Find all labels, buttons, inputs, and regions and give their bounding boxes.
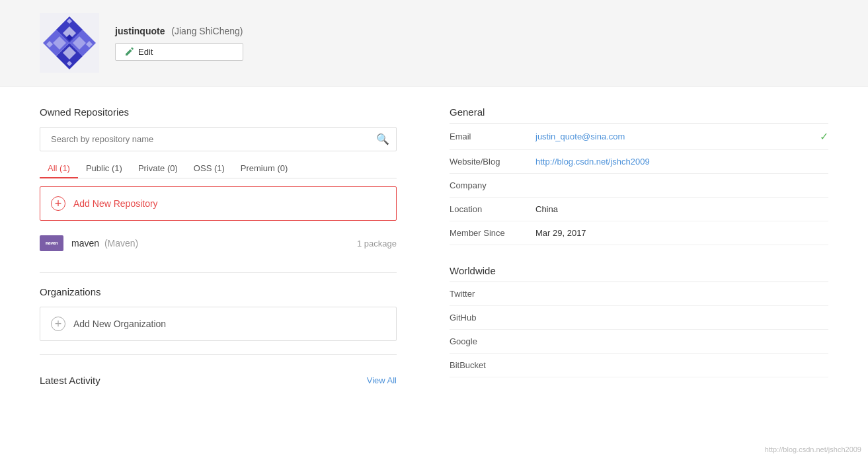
- plus-circle-icon: +: [51, 196, 65, 211]
- repo-label: maven: [71, 238, 99, 249]
- header: justinquote (Jiang ShiCheng) Edit: [0, 0, 868, 87]
- twitter-row: Twitter: [450, 282, 828, 306]
- google-label: Google: [450, 336, 535, 346]
- view-all-link[interactable]: View All: [367, 375, 397, 385]
- repo-item[interactable]: maven maven (Maven) 1 package: [40, 227, 397, 259]
- edit-icon: [125, 47, 134, 56]
- latest-activity-header: Latest Activity View All: [40, 375, 397, 386]
- organizations-section: Organizations + Add New Organization: [40, 286, 397, 341]
- github-label: GitHub: [450, 313, 535, 323]
- tab-oss[interactable]: OSS (1): [186, 159, 233, 178]
- github-row: GitHub: [450, 306, 828, 330]
- add-repo-label: Add New Repository: [73, 198, 158, 209]
- repo-name-cell: maven (Maven): [71, 238, 349, 249]
- tab-all[interactable]: All (1): [40, 159, 78, 178]
- divider-1: [40, 272, 397, 273]
- member-since-label: Member Since: [450, 228, 535, 238]
- owned-repos-title: Owned Repositories: [40, 106, 397, 118]
- email-row: Email justin_quote@sina.com ✓: [450, 124, 828, 150]
- right-column: General Email justin_quote@sina.com ✓ We…: [450, 106, 828, 397]
- latest-activity-title: Latest Activity: [40, 375, 100, 386]
- organizations-title: Organizations: [40, 286, 397, 297]
- tab-premium[interactable]: Premium (0): [233, 159, 296, 178]
- location-label: Location: [450, 204, 535, 214]
- edit-button[interactable]: Edit: [115, 43, 243, 61]
- website-row: Website/Blog http://blog.csdn.net/jshch2…: [450, 150, 828, 174]
- member-since-row: Member Since Mar 29, 2017: [450, 221, 828, 245]
- username: justinquote: [115, 26, 165, 36]
- company-label: Company: [450, 180, 535, 190]
- tab-private[interactable]: Private (0): [130, 159, 186, 178]
- main-content: Owned Repositories 🔍 All (1) Public (1) …: [0, 87, 868, 417]
- left-column: Owned Repositories 🔍 All (1) Public (1) …: [40, 106, 397, 397]
- header-info: justinquote (Jiang ShiCheng) Edit: [115, 26, 243, 61]
- edit-label: Edit: [138, 47, 153, 57]
- username-display: justinquote (Jiang ShiCheng): [115, 26, 243, 36]
- add-org-button[interactable]: + Add New Organization: [40, 307, 397, 341]
- full-name: (Jiang ShiCheng): [171, 26, 243, 36]
- tab-public[interactable]: Public (1): [78, 159, 130, 178]
- avatar: [40, 13, 99, 73]
- repo-search-box[interactable]: 🔍: [40, 127, 397, 151]
- latest-activity-section: Latest Activity View All: [40, 375, 397, 386]
- bitbucket-label: BitBucket: [450, 360, 535, 370]
- add-org-label: Add New Organization: [73, 319, 166, 329]
- member-since-value: Mar 29, 2017: [535, 228, 828, 238]
- worldwide-title: Worldwide: [450, 265, 828, 282]
- repo-tabs: All (1) Public (1) Private (0) OSS (1) P…: [40, 159, 397, 178]
- repo-icon: maven: [40, 235, 63, 251]
- company-row: Company: [450, 174, 828, 198]
- location-value: China: [535, 204, 828, 214]
- location-row: Location China: [450, 198, 828, 221]
- search-icon: 🔍: [376, 133, 389, 145]
- website-value[interactable]: http://blog.csdn.net/jshch2009: [535, 157, 828, 167]
- website-label: Website/Blog: [450, 157, 535, 167]
- email-label: Email: [450, 132, 535, 141]
- email-verified-icon: ✓: [820, 130, 828, 143]
- email-value[interactable]: justin_quote@sina.com: [535, 132, 820, 141]
- divider-2: [40, 354, 397, 355]
- repo-packages: 1 package: [357, 239, 397, 249]
- repo-search-input[interactable]: [47, 128, 376, 151]
- twitter-label: Twitter: [450, 289, 535, 299]
- add-repo-button[interactable]: + Add New Repository: [40, 186, 397, 221]
- org-plus-icon: +: [51, 317, 65, 331]
- worldwide-section: Worldwide Twitter GitHub Google BitBucke…: [450, 265, 828, 377]
- google-row: Google: [450, 330, 828, 354]
- repo-type: (Maven): [104, 238, 138, 249]
- general-title: General: [450, 106, 828, 124]
- bitbucket-row: BitBucket: [450, 354, 828, 377]
- owned-repos-section: Owned Repositories 🔍 All (1) Public (1) …: [40, 106, 397, 259]
- general-section: General Email justin_quote@sina.com ✓ We…: [450, 106, 828, 245]
